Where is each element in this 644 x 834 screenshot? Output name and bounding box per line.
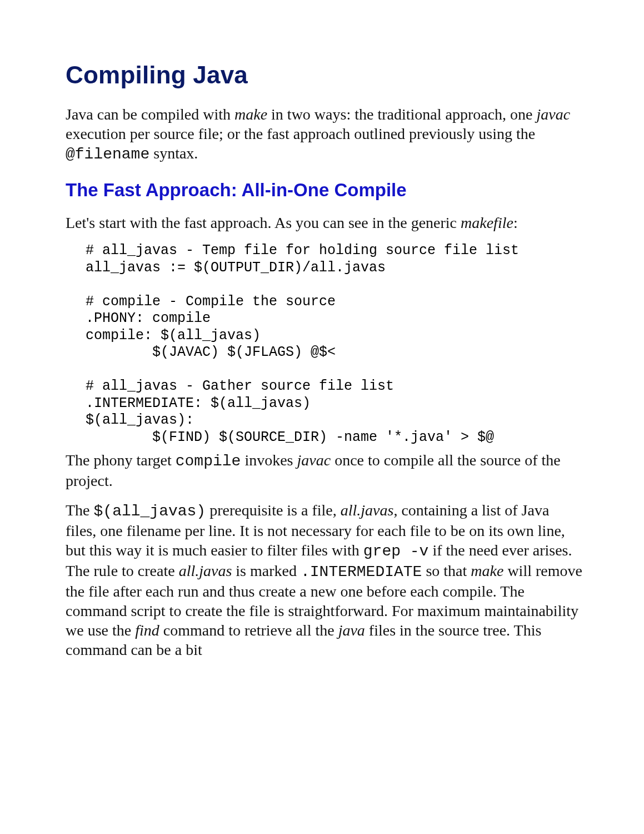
subsection-title: The Fast Approach: All-in-One Compile xyxy=(66,180,583,201)
term-all-javas-file: all.javas xyxy=(179,562,232,579)
code-block-makefile: # all_javas - Temp file for holding sour… xyxy=(86,242,583,446)
text: : xyxy=(513,214,518,231)
code-at-filename: @filename xyxy=(66,146,149,163)
text: invokes xyxy=(241,451,297,469)
code-grep-v: grep -v xyxy=(363,543,429,560)
text: Let's start with the fast approach. As y… xyxy=(66,214,461,231)
term-make: make xyxy=(234,106,267,123)
intro-paragraph: Java can be compiled with make in two wa… xyxy=(66,105,583,164)
section-title: Compiling Java xyxy=(66,61,583,89)
text: The phony target xyxy=(66,451,176,469)
lead-paragraph: Let's start with the fast approach. As y… xyxy=(66,213,583,232)
text: Java can be compiled with xyxy=(66,106,234,123)
paragraph-compile-target: The phony target compile invokes javac o… xyxy=(66,450,583,490)
text: execution per source file; or the fast a… xyxy=(66,125,535,142)
text: prerequisite is a file, xyxy=(206,502,341,519)
paragraph-all-javas: The $(all_javas) prerequisite is a file,… xyxy=(66,500,583,659)
term-all-javas-file: all.javas xyxy=(341,502,394,519)
text: so that xyxy=(422,562,471,579)
term-java: java xyxy=(338,622,365,639)
text: syntax. xyxy=(149,145,198,162)
code-compile: compile xyxy=(176,453,241,470)
text: command to retrieve all the xyxy=(159,622,338,639)
code-intermediate: .INTERMEDIATE xyxy=(301,563,422,580)
text: in two ways: the traditional approach, o… xyxy=(267,106,536,123)
text: is marked xyxy=(232,562,301,579)
term-javac: javac xyxy=(537,106,571,123)
term-javac: javac xyxy=(297,451,331,469)
term-find: find xyxy=(135,622,159,639)
text: The xyxy=(66,502,94,519)
code-all-javas-var: $(all_javas) xyxy=(94,503,206,520)
term-makefile: makefile xyxy=(461,214,513,231)
term-make: make xyxy=(471,562,503,579)
